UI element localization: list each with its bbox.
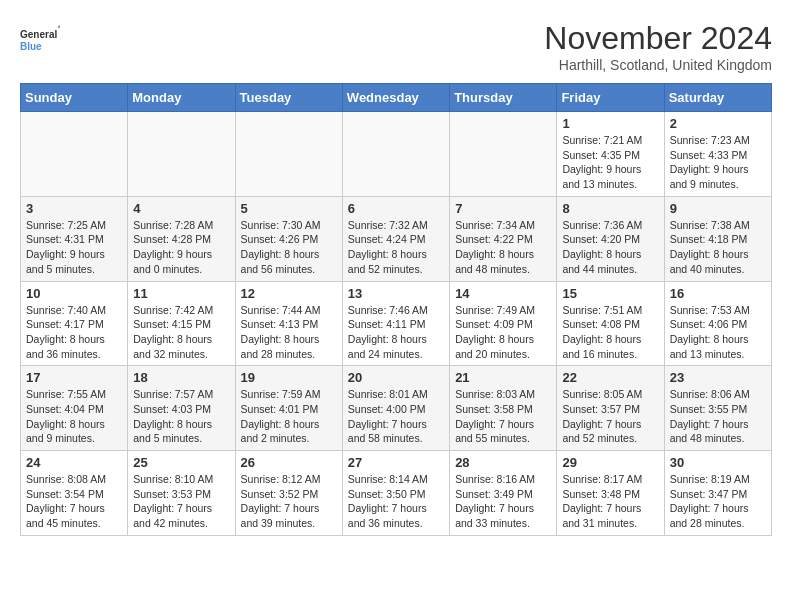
day-number: 13 [348, 286, 444, 301]
day-info: Sunrise: 7:59 AM Sunset: 4:01 PM Dayligh… [241, 387, 337, 446]
logo: General Blue [20, 20, 60, 60]
month-title: November 2024 [544, 20, 772, 57]
day-info: Sunrise: 8:03 AM Sunset: 3:58 PM Dayligh… [455, 387, 551, 446]
day-info: Sunrise: 7:25 AM Sunset: 4:31 PM Dayligh… [26, 218, 122, 277]
day-number: 22 [562, 370, 658, 385]
day-number: 18 [133, 370, 229, 385]
calendar-table: SundayMondayTuesdayWednesdayThursdayFrid… [20, 83, 772, 536]
day-number: 23 [670, 370, 766, 385]
day-cell: 13Sunrise: 7:46 AM Sunset: 4:11 PM Dayli… [342, 281, 449, 366]
header-thursday: Thursday [450, 84, 557, 112]
day-info: Sunrise: 8:12 AM Sunset: 3:52 PM Dayligh… [241, 472, 337, 531]
day-cell: 4Sunrise: 7:28 AM Sunset: 4:28 PM Daylig… [128, 196, 235, 281]
day-cell: 11Sunrise: 7:42 AM Sunset: 4:15 PM Dayli… [128, 281, 235, 366]
header-monday: Monday [128, 84, 235, 112]
day-number: 25 [133, 455, 229, 470]
day-cell: 9Sunrise: 7:38 AM Sunset: 4:18 PM Daylig… [664, 196, 771, 281]
day-cell: 20Sunrise: 8:01 AM Sunset: 4:00 PM Dayli… [342, 366, 449, 451]
header-wednesday: Wednesday [342, 84, 449, 112]
header-tuesday: Tuesday [235, 84, 342, 112]
day-number: 9 [670, 201, 766, 216]
day-cell: 26Sunrise: 8:12 AM Sunset: 3:52 PM Dayli… [235, 451, 342, 536]
day-cell: 16Sunrise: 7:53 AM Sunset: 4:06 PM Dayli… [664, 281, 771, 366]
day-number: 1 [562, 116, 658, 131]
day-info: Sunrise: 7:46 AM Sunset: 4:11 PM Dayligh… [348, 303, 444, 362]
day-info: Sunrise: 8:01 AM Sunset: 4:00 PM Dayligh… [348, 387, 444, 446]
day-cell [450, 112, 557, 197]
header-sunday: Sunday [21, 84, 128, 112]
day-info: Sunrise: 7:40 AM Sunset: 4:17 PM Dayligh… [26, 303, 122, 362]
day-cell: 22Sunrise: 8:05 AM Sunset: 3:57 PM Dayli… [557, 366, 664, 451]
day-number: 26 [241, 455, 337, 470]
day-cell: 18Sunrise: 7:57 AM Sunset: 4:03 PM Dayli… [128, 366, 235, 451]
day-info: Sunrise: 7:34 AM Sunset: 4:22 PM Dayligh… [455, 218, 551, 277]
day-cell: 7Sunrise: 7:34 AM Sunset: 4:22 PM Daylig… [450, 196, 557, 281]
week-row-4: 17Sunrise: 7:55 AM Sunset: 4:04 PM Dayli… [21, 366, 772, 451]
day-number: 30 [670, 455, 766, 470]
svg-text:Blue: Blue [20, 41, 42, 52]
day-cell [342, 112, 449, 197]
logo-svg: General Blue [20, 20, 60, 60]
day-cell: 27Sunrise: 8:14 AM Sunset: 3:50 PM Dayli… [342, 451, 449, 536]
svg-text:General: General [20, 29, 57, 40]
day-number: 8 [562, 201, 658, 216]
day-info: Sunrise: 8:16 AM Sunset: 3:49 PM Dayligh… [455, 472, 551, 531]
day-cell: 1Sunrise: 7:21 AM Sunset: 4:35 PM Daylig… [557, 112, 664, 197]
header-friday: Friday [557, 84, 664, 112]
day-number: 3 [26, 201, 122, 216]
day-number: 29 [562, 455, 658, 470]
day-cell: 24Sunrise: 8:08 AM Sunset: 3:54 PM Dayli… [21, 451, 128, 536]
day-info: Sunrise: 7:38 AM Sunset: 4:18 PM Dayligh… [670, 218, 766, 277]
day-number: 5 [241, 201, 337, 216]
day-number: 16 [670, 286, 766, 301]
day-number: 28 [455, 455, 551, 470]
week-row-3: 10Sunrise: 7:40 AM Sunset: 4:17 PM Dayli… [21, 281, 772, 366]
day-info: Sunrise: 7:36 AM Sunset: 4:20 PM Dayligh… [562, 218, 658, 277]
day-cell: 2Sunrise: 7:23 AM Sunset: 4:33 PM Daylig… [664, 112, 771, 197]
day-number: 2 [670, 116, 766, 131]
day-number: 6 [348, 201, 444, 216]
day-number: 21 [455, 370, 551, 385]
header-saturday: Saturday [664, 84, 771, 112]
day-cell: 17Sunrise: 7:55 AM Sunset: 4:04 PM Dayli… [21, 366, 128, 451]
day-info: Sunrise: 7:32 AM Sunset: 4:24 PM Dayligh… [348, 218, 444, 277]
day-info: Sunrise: 8:08 AM Sunset: 3:54 PM Dayligh… [26, 472, 122, 531]
day-cell: 30Sunrise: 8:19 AM Sunset: 3:47 PM Dayli… [664, 451, 771, 536]
day-info: Sunrise: 7:23 AM Sunset: 4:33 PM Dayligh… [670, 133, 766, 192]
day-cell: 10Sunrise: 7:40 AM Sunset: 4:17 PM Dayli… [21, 281, 128, 366]
day-info: Sunrise: 7:51 AM Sunset: 4:08 PM Dayligh… [562, 303, 658, 362]
day-info: Sunrise: 7:53 AM Sunset: 4:06 PM Dayligh… [670, 303, 766, 362]
day-cell: 6Sunrise: 7:32 AM Sunset: 4:24 PM Daylig… [342, 196, 449, 281]
day-number: 15 [562, 286, 658, 301]
day-info: Sunrise: 7:30 AM Sunset: 4:26 PM Dayligh… [241, 218, 337, 277]
day-cell: 25Sunrise: 8:10 AM Sunset: 3:53 PM Dayli… [128, 451, 235, 536]
day-info: Sunrise: 7:49 AM Sunset: 4:09 PM Dayligh… [455, 303, 551, 362]
page-header: General Blue November 2024 Harthill, Sco… [20, 20, 772, 73]
day-cell: 19Sunrise: 7:59 AM Sunset: 4:01 PM Dayli… [235, 366, 342, 451]
day-cell: 23Sunrise: 8:06 AM Sunset: 3:55 PM Dayli… [664, 366, 771, 451]
week-row-2: 3Sunrise: 7:25 AM Sunset: 4:31 PM Daylig… [21, 196, 772, 281]
day-cell: 28Sunrise: 8:16 AM Sunset: 3:49 PM Dayli… [450, 451, 557, 536]
day-number: 20 [348, 370, 444, 385]
day-number: 10 [26, 286, 122, 301]
day-cell: 12Sunrise: 7:44 AM Sunset: 4:13 PM Dayli… [235, 281, 342, 366]
day-info: Sunrise: 8:19 AM Sunset: 3:47 PM Dayligh… [670, 472, 766, 531]
day-info: Sunrise: 7:21 AM Sunset: 4:35 PM Dayligh… [562, 133, 658, 192]
day-cell: 8Sunrise: 7:36 AM Sunset: 4:20 PM Daylig… [557, 196, 664, 281]
day-info: Sunrise: 8:14 AM Sunset: 3:50 PM Dayligh… [348, 472, 444, 531]
header-row: SundayMondayTuesdayWednesdayThursdayFrid… [21, 84, 772, 112]
day-number: 4 [133, 201, 229, 216]
day-info: Sunrise: 7:55 AM Sunset: 4:04 PM Dayligh… [26, 387, 122, 446]
day-number: 27 [348, 455, 444, 470]
day-cell: 29Sunrise: 8:17 AM Sunset: 3:48 PM Dayli… [557, 451, 664, 536]
day-cell: 21Sunrise: 8:03 AM Sunset: 3:58 PM Dayli… [450, 366, 557, 451]
day-number: 11 [133, 286, 229, 301]
day-cell: 14Sunrise: 7:49 AM Sunset: 4:09 PM Dayli… [450, 281, 557, 366]
day-cell: 3Sunrise: 7:25 AM Sunset: 4:31 PM Daylig… [21, 196, 128, 281]
day-info: Sunrise: 7:28 AM Sunset: 4:28 PM Dayligh… [133, 218, 229, 277]
day-info: Sunrise: 8:06 AM Sunset: 3:55 PM Dayligh… [670, 387, 766, 446]
day-cell: 5Sunrise: 7:30 AM Sunset: 4:26 PM Daylig… [235, 196, 342, 281]
week-row-1: 1Sunrise: 7:21 AM Sunset: 4:35 PM Daylig… [21, 112, 772, 197]
day-info: Sunrise: 8:10 AM Sunset: 3:53 PM Dayligh… [133, 472, 229, 531]
day-number: 12 [241, 286, 337, 301]
